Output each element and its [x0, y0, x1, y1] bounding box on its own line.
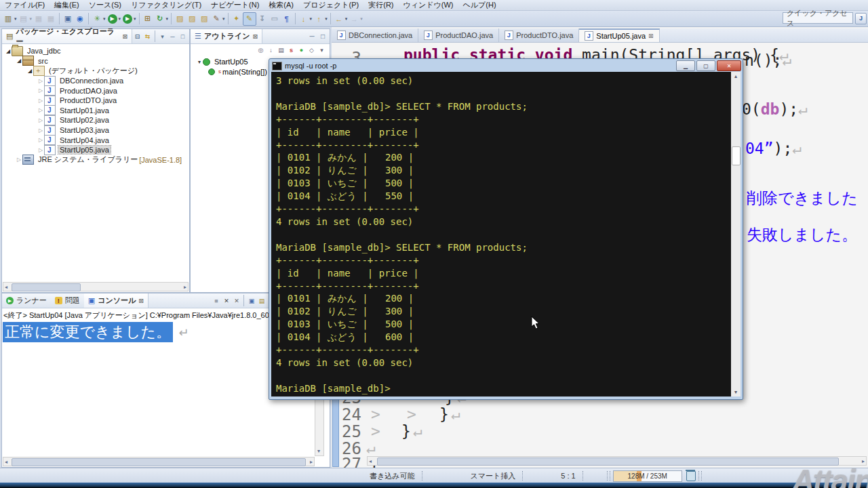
menu-検索[interactable]: 検索(A)	[264, 0, 298, 10]
console-tab-runner[interactable]: ▶ランナー	[2, 293, 51, 308]
open-folder-1-icon[interactable]: ▨	[174, 12, 186, 26]
tree-item-JRE-[interactable]: ▷JRE システム・ライブラリー [JavaSE-1.8]	[2, 155, 189, 165]
expanded-arrow-icon[interactable]: ◢	[26, 68, 33, 74]
run-icon[interactable]: ▶▾	[106, 12, 122, 26]
tree-item-DBConnection.java[interactable]: ▷DBConnection.java	[2, 76, 189, 86]
menu-ヘルプ[interactable]: ヘルプ(H)	[458, 0, 501, 10]
terminate-icon[interactable]: ■	[211, 294, 221, 308]
back-history-icon[interactable]: ←▾	[333, 12, 349, 26]
collapsed-arrow-icon[interactable]: ▷	[37, 117, 44, 123]
maximize-view-icon[interactable]: □	[317, 30, 328, 43]
mysql-terminal-window[interactable]: mysql -u root -p ▁ ▢ ✕ 3 rows in set (0.…	[269, 58, 743, 400]
close-button[interactable]: ✕	[717, 60, 741, 71]
new-java-icon[interactable]: ▤▾	[18, 12, 33, 26]
collapsed-arrow-icon[interactable]: ▷	[37, 87, 44, 94]
close-tab-icon[interactable]: ⊠	[648, 33, 654, 39]
save-all-icon[interactable]: ▦	[45, 12, 57, 26]
key-icon[interactable]: ✦	[231, 12, 243, 26]
terminal-screen[interactable]: 3 rows in set (0.00 sec) MariaDB [sample…	[271, 72, 731, 396]
editor-tab-DBConnection.java[interactable]: DBConnection.java	[332, 28, 418, 42]
tree-item-StartUp03.java[interactable]: ▷StartUp03.java	[2, 125, 189, 136]
terminal-title-bar[interactable]: mysql -u root -p ▁ ▢ ✕	[269, 59, 743, 72]
maximize-button[interactable]: ▢	[696, 60, 715, 71]
collapsed-arrow-icon[interactable]: ▷	[37, 98, 44, 104]
expanded-arrow-icon[interactable]: ◢	[5, 48, 12, 54]
hide-static-icon[interactable]: s	[286, 43, 296, 57]
expanded-arrow-icon[interactable]: ◢	[16, 58, 22, 64]
hide-fields-icon[interactable]: ▤	[276, 43, 286, 57]
refresh-icon[interactable]: ↻▾	[154, 12, 170, 26]
tree-item-src[interactable]: ◢src	[2, 56, 189, 66]
collapsed-arrow-icon[interactable]: ▷	[37, 107, 44, 113]
collapsed-arrow-icon[interactable]: ▷	[37, 78, 44, 84]
console-tab-console[interactable]: ▣コンソール⊠	[84, 293, 149, 308]
tree-item-ProductDAO.java[interactable]: ▷ProductDAO.java	[2, 85, 189, 96]
menu-ソース[interactable]: ソース(S)	[84, 0, 126, 10]
focus-icon[interactable]: ◎	[256, 43, 266, 57]
open-folder-3-icon[interactable]: ▨	[198, 12, 210, 26]
collapsed-arrow-icon[interactable]: ▷	[37, 137, 44, 143]
view-tab-indicator-icon[interactable]: ⊠	[122, 33, 127, 40]
hide-local-types-icon[interactable]: ◇	[307, 43, 317, 57]
tree-item-ProductDTO.java[interactable]: ▷ProductDTO.java	[2, 96, 189, 106]
collapsed-arrow-icon[interactable]: ▷	[37, 147, 44, 153]
forward-history-icon[interactable]: →▾	[348, 12, 363, 26]
console-output-selected[interactable]: 正常に変更できました。	[3, 322, 173, 342]
menu-リファクタリング[interactable]: リファクタリング(T)	[126, 0, 206, 10]
menu-実行[interactable]: 実行(R)	[363, 0, 398, 10]
help-contents-icon[interactable]: ◉	[74, 12, 86, 26]
menu-ウィンドウ[interactable]: ウィンドウ(W)	[399, 0, 458, 10]
tree-item--[interactable]: ◢(デフォルト・パッケージ)	[2, 66, 189, 76]
collapsed-arrow-icon[interactable]: ▷	[37, 127, 44, 134]
view-menu-icon[interactable]: ▾	[317, 43, 327, 57]
menu-ナビゲート[interactable]: ナビゲート(N)	[206, 0, 264, 10]
view-tab-indicator-icon[interactable]: ⊠	[252, 33, 258, 40]
sort-icon[interactable]: ↓	[266, 43, 276, 57]
run-external-tools-icon[interactable]: ▶▾	[121, 12, 137, 26]
package-explorer-hscrollbar[interactable]: ◂ ▸	[3, 282, 189, 291]
tab-outline[interactable]: ☰ アウトライン ⊠	[191, 29, 262, 43]
editor-tab-ProductDTO.java[interactable]: ProductDTO.java	[499, 28, 579, 42]
remove-launch-icon[interactable]: ✕	[221, 294, 231, 308]
tree-item-Java_jdbc[interactable]: ◢Java_jdbc	[2, 46, 189, 56]
perspective-icon[interactable]: J	[855, 13, 867, 24]
garbage-collect-icon[interactable]	[686, 471, 696, 481]
minimize-button[interactable]: ▁	[676, 60, 695, 71]
minimize-view-icon[interactable]: ─	[167, 30, 178, 43]
menu-プロジェクト[interactable]: プロジェクト(P)	[298, 0, 363, 10]
minimize-view-icon[interactable]: ─	[307, 30, 317, 43]
save-icon[interactable]: ▦	[33, 12, 45, 26]
hide-non-public-icon[interactable]: ●	[296, 43, 307, 57]
terminal-vscrollbar[interactable]: ▴ ▾	[731, 72, 741, 396]
open-folder-2-icon[interactable]: ▨	[186, 12, 198, 26]
remove-all-launches-icon[interactable]: ✕	[231, 294, 241, 308]
editor-tab-StartUp05.java[interactable]: StartUp05.java⊠	[579, 28, 659, 42]
tree-item-StartUp04.java[interactable]: ▷StartUp04.java	[2, 135, 189, 145]
maximize-view-icon[interactable]: □	[178, 30, 188, 43]
tab-package-explorer[interactable]: ▤ パッケージ・エクスプローラー ⊠	[2, 29, 132, 43]
menu-編集[interactable]: 編集(E)	[50, 0, 84, 10]
previous-annotation-icon[interactable]: ↑▾	[313, 12, 328, 26]
quick-access-input[interactable]: クイック・アクセス	[783, 12, 853, 24]
link-with-editor-icon[interactable]: ⇆	[142, 30, 153, 43]
console-hscrollbar[interactable]: ◂ ▸	[3, 457, 315, 466]
scroll-lock-icon[interactable]: ▤	[256, 294, 267, 308]
collapsed-arrow-icon[interactable]: ▷	[16, 157, 22, 163]
last-edit-location-icon[interactable]: ▭	[269, 12, 281, 26]
show-whitespace-icon[interactable]: ¶	[281, 12, 293, 26]
debug-icon[interactable]: ✳▾	[91, 12, 106, 26]
mark-occurrences-icon[interactable]: ✎	[243, 12, 256, 26]
tree-item-StartUp02.java[interactable]: ▷StartUp02.java	[2, 115, 189, 125]
new-java-project-icon[interactable]: ⊞	[142, 12, 154, 26]
clear-console-icon[interactable]: ▣	[246, 294, 256, 308]
link-with-editor-icon[interactable]: ↧	[256, 12, 269, 26]
console-tab-problems[interactable]: !問題	[51, 293, 84, 308]
collapse-all-icon[interactable]: ⊟	[132, 30, 142, 43]
tree-item-StartUp01.java[interactable]: ▷StartUp01.java	[2, 106, 189, 116]
editor-tab-ProductDAO.java[interactable]: ProductDAO.java	[418, 28, 499, 42]
tree-item-StartUp05.java[interactable]: ▷StartUp05.java	[2, 145, 189, 155]
open-console-icon[interactable]: ▣	[62, 12, 74, 26]
new-wizard-icon[interactable]: ▥▾	[2, 12, 18, 26]
next-annotation-icon[interactable]: ↓▾	[298, 12, 313, 26]
clean-icon[interactable]: ✎▾	[210, 12, 226, 26]
